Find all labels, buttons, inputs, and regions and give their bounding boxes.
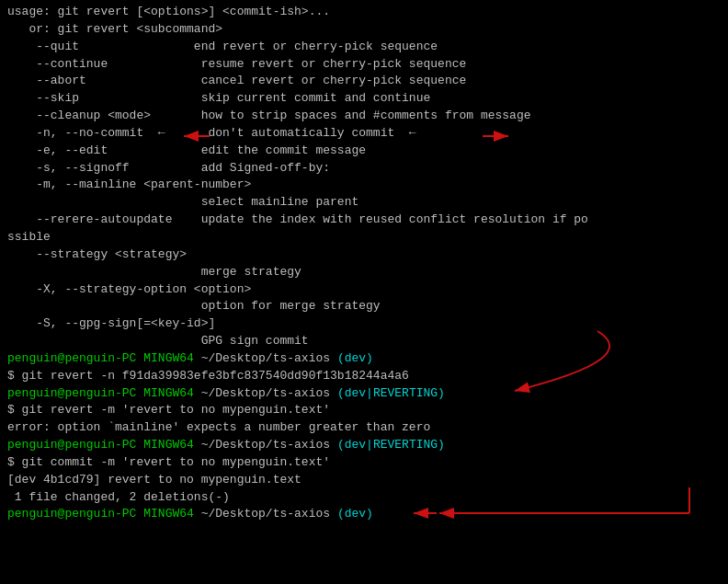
terminal-window: usage: git revert [<options>] <commit-is… (0, 0, 728, 584)
terminal-line-line17: merge strategy (7, 264, 721, 281)
terminal-line-line30_prompt: penguin@penguin-PC MINGW64 ~/Desktop/ts-… (7, 437, 721, 454)
terminal-line-line10: -e, --edit edit the commit message (7, 143, 721, 160)
prompt-part: (dev|REVERTING) (330, 386, 445, 400)
terminal-line-line33: 1 file changed, 2 deletions(-) (7, 489, 721, 507)
terminal-line-line23_prompt: penguin@penguin-PC MINGW64 ~/Desktop/ts-… (7, 350, 721, 368)
terminal-line-line7: --skip skip current commit and continue (7, 90, 721, 108)
terminal-content: usage: git revert [<options>] <commit-is… (7, 4, 721, 523)
prompt-part: penguin@penguin-PC MINGW64 (7, 507, 194, 521)
terminal-line-line20: -S, --gpg-sign[=<key-id>] (7, 315, 721, 333)
terminal-line-line24: $ git revert -n f91da39983efe3bfc837540d… (7, 368, 721, 385)
terminal-line-line35_prompt: penguin@penguin-PC MINGW64 ~/Desktop/ts-… (7, 506, 721, 523)
terminal-line-line32: [dev 4b1cd79] revert to no mypenguin.tex… (7, 472, 721, 489)
terminal-line-line12: -m, --mainline <parent-number> (7, 177, 721, 194)
prompt-part: penguin@penguin-PC MINGW64 (7, 351, 194, 365)
prompt-part: (dev|REVERTING) (330, 438, 445, 452)
prompt-part: penguin@penguin-PC MINGW64 (7, 386, 194, 400)
terminal-line-line19: option for merge strategy (7, 298, 721, 315)
terminal-line-line15: ssible (7, 229, 721, 246)
terminal-line-line26_prompt: penguin@penguin-PC MINGW64 ~/Desktop/ts-… (7, 385, 721, 403)
terminal-line-line9: -n, --no-commit ← don't automatically co… (7, 125, 721, 143)
terminal-line-line4: --quit end revert or cherry-pick sequenc… (7, 39, 721, 56)
terminal-line-line6: --abort cancel revert or cherry-pick seq… (7, 73, 721, 90)
terminal-line-line16: --strategy <strategy> (7, 246, 721, 264)
prompt-part: ~/Desktop/ts-axios (194, 386, 330, 400)
terminal-line-line31: $ git commit -m 'revert to no mypenguin.… (7, 454, 721, 472)
prompt-part: ~/Desktop/ts-axios (194, 507, 330, 521)
terminal-line-line28: error: option `mainline' expects a numbe… (7, 419, 721, 437)
terminal-line-line27: $ git revert -m 'revert to no mypenguin.… (7, 402, 721, 419)
terminal-line-line21: GPG sign commit (7, 333, 721, 350)
prompt-part: (dev) (330, 507, 373, 521)
terminal-line-line8: --cleanup <mode> how to strip spaces and… (7, 108, 721, 125)
prompt-part: (dev) (330, 351, 373, 365)
prompt-part: ~/Desktop/ts-axios (194, 438, 330, 452)
terminal-line-line13: select mainline parent (7, 194, 721, 212)
terminal-line-line14: --rerere-autoupdate update the index wit… (7, 212, 721, 229)
terminal-line-line11: -s, --signoff add Signed-off-by: (7, 160, 721, 177)
terminal-line-line5: --continue resume revert or cherry-pick … (7, 56, 721, 74)
terminal-line-line18: -X, --strategy-option <option> (7, 281, 721, 299)
terminal-line-line2: or: git revert <subcommand> (7, 21, 721, 39)
prompt-part: penguin@penguin-PC MINGW64 (7, 438, 194, 452)
terminal-line-line1: usage: git revert [<options>] <commit-is… (7, 4, 721, 21)
prompt-part: ~/Desktop/ts-axios (194, 351, 330, 365)
